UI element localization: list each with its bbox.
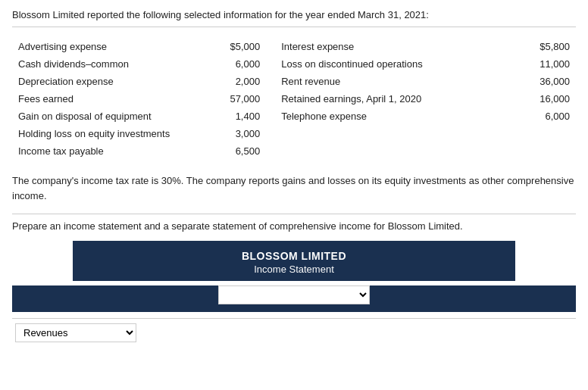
right-label [275,125,501,142]
left-label: Income tax payable [12,142,200,160]
right-label: Loss on discontinued operations [275,55,501,73]
table-row: Fees earned57,000Retained earnings, Apri… [12,90,576,108]
left-amount: 6,500 [200,142,275,160]
right-amount: 6,000 [501,108,576,125]
prepare-text: Prepare an income statement and a separa… [12,214,576,232]
financial-data-table: Advertising expense$5,000Interest expens… [12,38,576,160]
period-select[interactable] [218,285,370,304]
left-label: Holding loss on equity investments [12,125,200,142]
right-label: Retained earnings, April 1, 2020 [275,90,501,108]
right-amount [501,125,576,142]
left-amount: 3,000 [200,125,275,142]
left-amount: 6,000 [200,55,275,73]
right-label: Rent revenue [275,73,501,90]
period-dropdown-area[interactable] [12,285,576,312]
right-amount: $5,800 [501,38,576,55]
report-header: BLOSSOM LIMITED Income Statement [73,241,515,281]
intro-text: Blossom Limited reported the following s… [12,9,576,27]
table-row: Depreciation expense2,000Rent revenue36,… [12,73,576,90]
right-amount: 36,000 [501,73,576,90]
left-label: Cash dividends–common [12,55,200,73]
left-label: Gain on disposal of equipment [12,108,200,125]
table-row: Cash dividends–common6,000Loss on discon… [12,55,576,73]
left-amount: 2,000 [200,73,275,90]
revenues-select[interactable]: Revenues [15,323,136,342]
right-label: Interest expense [275,38,501,55]
right-amount: 16,000 [501,90,576,108]
table-row: Advertising expense$5,000Interest expens… [12,38,576,55]
left-label: Fees earned [12,90,200,108]
statement-name: Income Statement [80,264,508,275]
left-amount: 1,400 [200,108,275,125]
table-row: Income tax payable6,500 [12,142,576,160]
right-label [275,142,501,160]
left-amount: 57,000 [200,90,275,108]
bottom-bar: Revenues [12,318,576,342]
table-row: Gain on disposal of equipment1,400Teleph… [12,108,576,125]
company-name: BLOSSOM LIMITED [80,250,508,262]
left-label: Depreciation expense [12,73,200,90]
note-text: The company's income tax rate is 30%. Th… [12,173,576,203]
right-amount [501,142,576,160]
table-row: Holding loss on equity investments3,000 [12,125,576,142]
right-label: Telephone expense [275,108,501,125]
left-amount: $5,000 [200,38,275,55]
left-label: Advertising expense [12,38,200,55]
right-amount: 11,000 [501,55,576,73]
